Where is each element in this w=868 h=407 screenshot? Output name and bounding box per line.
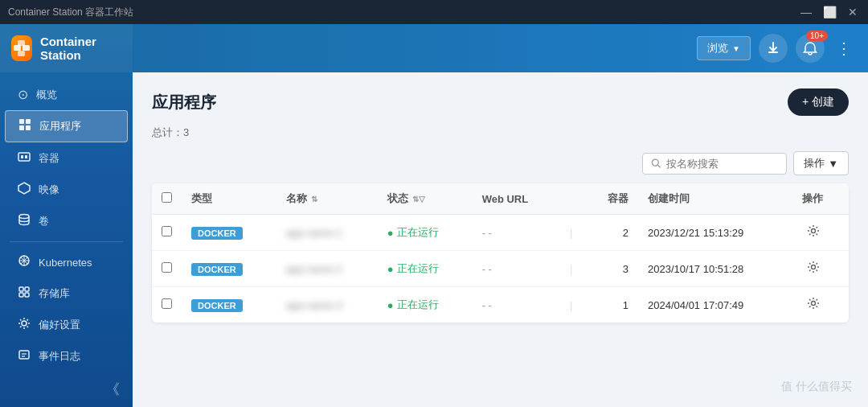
row-name[interactable]: app-name-1 <box>276 215 378 251</box>
app-name-blurred: app-name-2 <box>286 263 342 275</box>
row-gear-btn[interactable] <box>802 259 825 278</box>
header-status: 状态 ⇅▽ <box>378 183 473 215</box>
row-containers: 1 <box>584 287 638 323</box>
more-btn[interactable]: ⋮ <box>833 39 855 58</box>
row-checkbox-0[interactable] <box>162 226 172 236</box>
window-controls: — ⬜ ✕ <box>798 6 860 18</box>
sidebar-label-storage: 存储库 <box>39 286 70 301</box>
row-divider: | <box>560 215 584 251</box>
sidebar-item-kubernetes[interactable]: Kubernetes <box>5 247 128 278</box>
minimize-btn[interactable]: — <box>798 6 814 18</box>
top-bar: 浏览 ▼ 10+ ⋮ <box>133 24 868 72</box>
row-actions <box>792 251 849 287</box>
svg-rect-9 <box>21 155 23 158</box>
download-btn[interactable] <box>759 34 788 63</box>
sidebar-item-events[interactable]: 事件日志 <box>5 341 128 372</box>
operations-btn[interactable]: 操作 ▼ <box>793 151 849 175</box>
svg-rect-30 <box>768 51 778 53</box>
window-title: Container Station 容器工作站 <box>8 6 133 19</box>
row-divider: | <box>560 287 584 323</box>
svg-point-33 <box>812 229 816 233</box>
sidebar-header: Container Station <box>0 24 133 72</box>
header-checkbox-col <box>152 183 182 215</box>
svg-point-22 <box>22 321 27 326</box>
status-dot: ● <box>387 227 394 239</box>
row-weburl: - - <box>473 287 560 323</box>
svg-marker-11 <box>18 183 30 194</box>
sidebar-item-containers[interactable]: 容器 <box>5 143 128 174</box>
svg-rect-3 <box>18 51 25 56</box>
browse-chevron-icon: ▼ <box>732 44 740 53</box>
title-bar: Container Station 容器工作站 — ⬜ ✕ <box>0 0 868 24</box>
row-created: 2023/10/17 10:51:28 <box>638 251 792 287</box>
svg-rect-8 <box>18 153 30 161</box>
sidebar-collapse-btn[interactable]: 《 <box>0 372 133 407</box>
kubernetes-icon <box>18 254 31 270</box>
row-type: DOCKER <box>182 215 276 251</box>
row-name[interactable]: app-name-3 <box>276 287 378 323</box>
row-name[interactable]: app-name-2 <box>276 251 378 287</box>
sidebar-label-preferences: 偏好设置 <box>39 318 80 332</box>
search-icon <box>651 158 661 169</box>
close-btn[interactable]: ✕ <box>845 6 860 18</box>
preferences-icon <box>18 317 31 333</box>
row-containers: 3 <box>584 251 638 287</box>
row-status: ●正在运行 <box>378 287 473 323</box>
browse-btn[interactable]: 浏览 ▼ <box>697 36 751 60</box>
select-all-checkbox[interactable] <box>162 192 172 203</box>
row-divider: | <box>560 251 584 287</box>
sidebar-label-containers: 容器 <box>39 151 59 166</box>
sidebar-label-kubernetes: Kubernetes <box>39 257 92 269</box>
maximize-btn[interactable]: ⬜ <box>821 6 839 18</box>
table-row: DOCKER app-name-3 ●正在运行 - - | 1 2024/04/… <box>152 287 849 323</box>
create-button[interactable]: + 创建 <box>788 88 849 116</box>
docker-badge: DOCKER <box>191 263 243 276</box>
row-gear-btn[interactable] <box>802 295 825 314</box>
status-dot: ● <box>387 299 394 311</box>
sidebar-item-storage[interactable]: 存储库 <box>5 278 128 309</box>
svg-point-31 <box>652 159 658 166</box>
total-count: 总计：3 <box>152 125 849 140</box>
row-checkbox-1[interactable] <box>162 262 172 273</box>
search-input[interactable] <box>666 158 779 170</box>
svg-rect-20 <box>19 293 23 297</box>
sidebar-label-volumes: 卷 <box>39 214 49 228</box>
overview-icon: ⊙ <box>18 87 28 102</box>
sidebar-item-preferences[interactable]: 偏好设置 <box>5 310 128 340</box>
svg-rect-19 <box>25 287 29 291</box>
events-icon <box>18 348 31 364</box>
svg-rect-6 <box>19 125 24 130</box>
sidebar-app-name: Container Station <box>40 35 121 62</box>
svg-rect-7 <box>26 125 31 130</box>
header-type: 类型 <box>182 183 276 215</box>
status-indicator: ●正在运行 <box>387 225 463 240</box>
apps-icon <box>18 118 31 134</box>
app-name-blurred: app-name-3 <box>286 299 342 311</box>
content-area: 应用程序 + 创建 总计：3 操作 ▼ <box>133 72 868 407</box>
sidebar: Container Station ⊙ 概览 应用程序 <box>0 24 133 407</box>
volumes-icon <box>18 213 31 229</box>
row-checkbox-2[interactable] <box>162 298 172 309</box>
row-checkbox-cell <box>152 287 182 323</box>
row-gear-btn[interactable] <box>802 223 825 242</box>
sidebar-item-images[interactable]: 映像 <box>5 175 128 205</box>
sidebar-item-overview[interactable]: ⊙ 概览 <box>5 80 128 109</box>
row-weburl: - - <box>473 251 560 287</box>
sidebar-item-apps[interactable]: 应用程序 <box>5 110 128 142</box>
sidebar-label-images: 映像 <box>39 183 59 197</box>
sidebar-label-apps: 应用程序 <box>39 119 81 134</box>
page-title: 应用程序 <box>152 92 216 113</box>
svg-rect-4 <box>19 119 24 124</box>
search-box[interactable] <box>642 153 787 175</box>
name-sort-icon: ⇅ <box>311 195 317 204</box>
docker-badge: DOCKER <box>191 299 243 312</box>
status-sort-icon: ⇅▽ <box>412 195 425 204</box>
row-type: DOCKER <box>182 287 276 323</box>
svg-rect-5 <box>26 119 31 124</box>
sidebar-label-overview: 概览 <box>36 88 57 102</box>
operations-label: 操作 <box>804 156 825 171</box>
sidebar-item-volumes[interactable]: 卷 <box>5 206 128 236</box>
svg-rect-23 <box>19 351 29 359</box>
notification-badge: 10+ <box>806 31 828 41</box>
notification-btn[interactable]: 10+ <box>796 34 825 63</box>
